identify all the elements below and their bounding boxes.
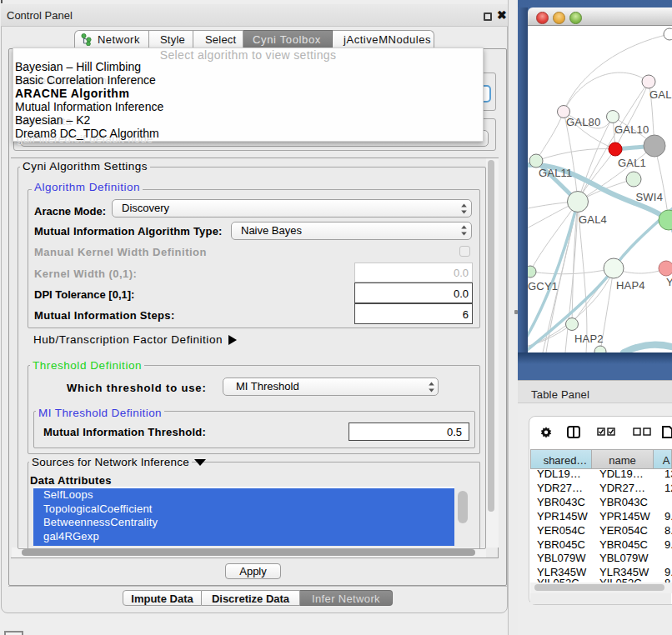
svg-text:HAP4: HAP4 [616, 279, 645, 292]
svg-text:GCY1: GCY1 [528, 280, 558, 292]
svg-text:GAL10: GAL10 [614, 123, 649, 136]
svg-text:SWI4: SWI4 [636, 191, 664, 203]
svg-text:Y: Y [666, 276, 672, 288]
svg-text:GAL80: GAL80 [566, 116, 600, 128]
svg-text:GAL1: GAL1 [618, 157, 646, 169]
svg-text:GAL: GAL [649, 88, 672, 101]
svg-text:HAP2: HAP2 [574, 332, 604, 345]
svg-text:GAL4: GAL4 [579, 213, 607, 226]
svg-text:GAL11: GAL11 [539, 167, 573, 179]
